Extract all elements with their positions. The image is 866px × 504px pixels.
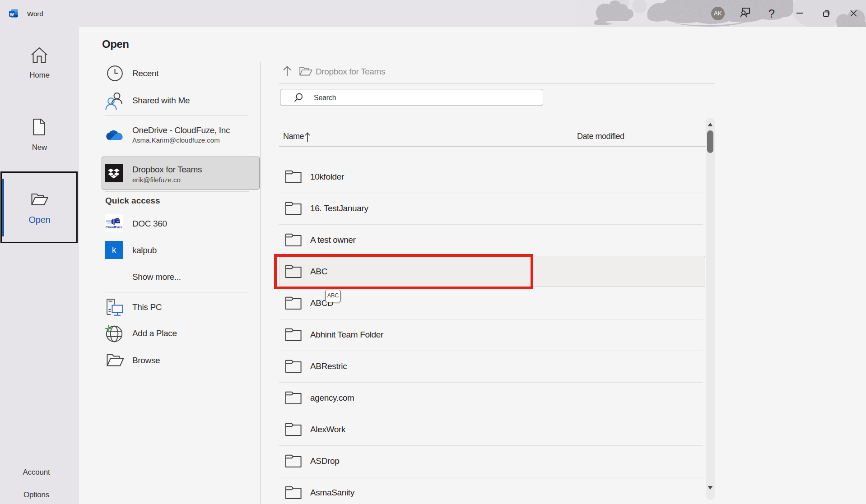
- svg-text:CloudFuze: CloudFuze: [106, 225, 123, 229]
- svg-text:W: W: [10, 12, 14, 17]
